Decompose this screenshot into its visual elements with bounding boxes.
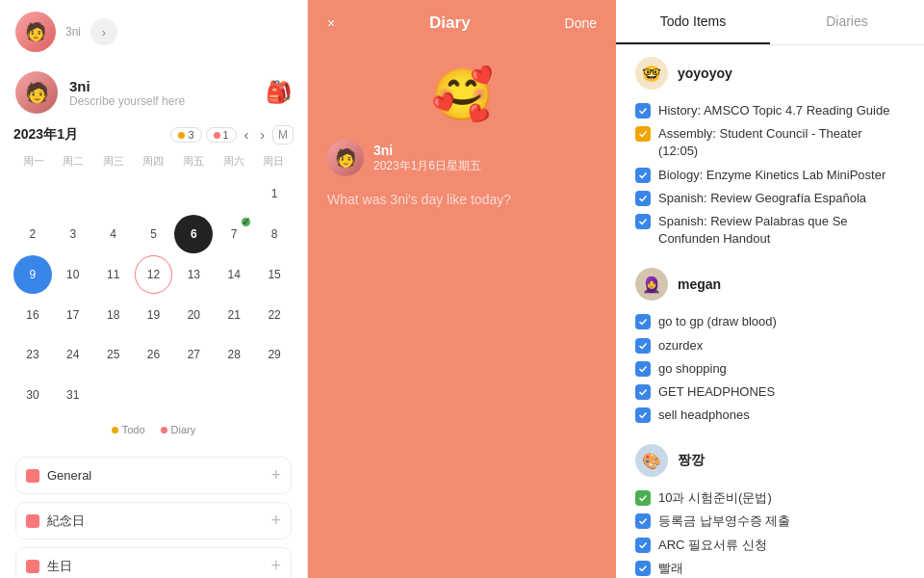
calendar-section: 2023年1月 3 1 ‹ › M 周一 周二 周三 周四 周五 周六: [0, 125, 307, 447]
cal-day-28[interactable]: 28: [215, 335, 253, 374]
category-add-general[interactable]: +: [270, 465, 281, 486]
calendar-header: 2023年1月 3 1 ‹ › M: [13, 125, 294, 144]
cal-day-11[interactable]: 11: [94, 255, 133, 294]
cal-next-button[interactable]: ›: [256, 125, 269, 144]
cal-mode[interactable]: M: [272, 125, 294, 144]
cal-day-8[interactable]: 8: [255, 215, 294, 253]
cal-day-23[interactable]: 23: [13, 335, 52, 374]
todo-checkbox[interactable]: [635, 103, 651, 118]
cal-day-25[interactable]: 25: [94, 335, 133, 374]
todo-checkbox[interactable]: [635, 168, 651, 183]
todo-avatar-jjang: 🎨: [635, 444, 668, 477]
cal-day-7[interactable]: ✓ 7: [215, 215, 253, 253]
category-general[interactable]: General +: [15, 457, 292, 494]
cal-prev-button[interactable]: ‹: [241, 125, 253, 144]
category-add-birthday[interactable]: +: [270, 556, 281, 576]
cal-day-17[interactable]: 17: [54, 296, 92, 334]
todo-item: Spanish: Review Palabras que Se Confunde…: [635, 210, 905, 250]
profile-section: 🧑 3ni Describe yourself here 🎒: [0, 64, 307, 125]
todo-item: History: AMSCO Topic 4.7 Reading Guide: [635, 99, 905, 122]
cal-day-13[interactable]: 13: [174, 255, 213, 294]
tab-diaries[interactable]: Diaries: [770, 0, 924, 44]
profile-emoji-icon: 🎒: [266, 80, 292, 105]
todo-text: 빨래: [658, 560, 905, 577]
todo-text: Spanish: Review Palabras que Se Confunde…: [658, 213, 905, 248]
todo-text: go to gp (draw blood): [658, 313, 905, 330]
todo-checkbox[interactable]: [635, 361, 651, 377]
todo-username-jjang: 짱깡: [678, 452, 705, 469]
cal-day-19[interactable]: 19: [135, 296, 173, 334]
category-anniversary[interactable]: 紀念日 +: [15, 502, 292, 539]
left-panel: 🧑 3ni › 🧑 3ni Describe yourself here 🎒 2…: [0, 0, 308, 578]
todo-item: GET HEADPHONES: [635, 381, 905, 404]
cal-day[interactable]: [94, 174, 133, 213]
todo-user-jjang: 🎨 짱깡 10과 시험준비(문법) 등록금 납부영수증 제출 ARC 필요서: [635, 444, 905, 578]
cal-day[interactable]: [13, 174, 52, 213]
cal-day-5[interactable]: 5: [135, 215, 173, 253]
cal-day-21[interactable]: 21: [215, 296, 253, 334]
cal-day-15[interactable]: 15: [255, 255, 294, 294]
cal-day[interactable]: [54, 174, 92, 213]
cal-day-blank: [174, 376, 213, 414]
todo-checkbox[interactable]: [635, 191, 651, 206]
cal-day-10[interactable]: 10: [54, 255, 92, 294]
todo-user-header-megan: 🧕 megan: [635, 268, 905, 301]
cal-day-6[interactable]: 6: [174, 215, 213, 253]
cal-day-22[interactable]: 22: [255, 296, 294, 334]
cal-day-20[interactable]: 20: [174, 296, 213, 334]
todo-checkbox[interactable]: [635, 126, 651, 142]
todo-text: Assembly: Student Council - Theater (12:…: [658, 125, 905, 160]
top-avatar[interactable]: 🧑: [15, 12, 56, 52]
category-section: General + 紀念日 + 生日 +: [0, 447, 307, 578]
todo-checkbox[interactable]: [635, 538, 651, 553]
cal-day-14[interactable]: 14: [215, 255, 253, 294]
todo-username-megan: megan: [678, 276, 721, 292]
nav-forward-button[interactable]: ›: [90, 18, 117, 45]
cal-day-27[interactable]: 27: [174, 335, 213, 374]
diary-done-button[interactable]: Done: [565, 15, 597, 31]
todo-checkbox[interactable]: [635, 314, 651, 329]
todo-item: go to gp (draw blood): [635, 310, 905, 333]
cal-day-30[interactable]: 30: [13, 376, 52, 414]
todo-checkbox[interactable]: [635, 490, 651, 506]
cal-day-blank: [94, 376, 133, 414]
cal-day-18[interactable]: 18: [94, 296, 133, 334]
cal-day-24[interactable]: 24: [54, 335, 92, 374]
calendar-legend: Todo Diary: [13, 424, 294, 435]
cal-day-4[interactable]: 4: [94, 215, 133, 253]
todo-checkbox[interactable]: [635, 338, 651, 354]
todo-text: ozurdex: [658, 337, 905, 355]
diary-title: Diary: [429, 13, 471, 33]
cal-day-blank: [215, 376, 253, 414]
todo-checkbox[interactable]: [635, 407, 651, 423]
category-add-anniversary[interactable]: +: [270, 511, 281, 531]
cal-day-2[interactable]: 2: [13, 215, 52, 253]
category-birthday[interactable]: 生日 +: [15, 547, 292, 578]
cal-day[interactable]: [135, 174, 173, 213]
todo-checkbox[interactable]: [635, 384, 651, 400]
todo-text: sell headphones: [658, 407, 905, 424]
todo-checkbox[interactable]: [635, 214, 651, 229]
diary-panel: × Diary Done 🥰 🧑 3ni 2023年1月6日星期五 What w…: [308, 0, 616, 578]
todo-item: Assembly: Student Council - Theater (12:…: [635, 122, 905, 163]
cal-day-1[interactable]: 1: [255, 174, 294, 213]
diary-close-button[interactable]: ×: [327, 15, 335, 31]
diary-badge: 1: [206, 127, 237, 143]
tab-todo-items[interactable]: Todo Items: [616, 0, 770, 44]
cal-day-12[interactable]: 12: [135, 255, 173, 294]
diary-placeholder[interactable]: What was 3ni's day like today?: [308, 192, 616, 207]
cal-day[interactable]: [174, 174, 213, 213]
cal-day[interactable]: [215, 174, 253, 213]
cal-day-29[interactable]: 29: [255, 335, 294, 374]
todo-checkbox[interactable]: [635, 513, 651, 529]
profile-desc: Describe yourself here: [69, 94, 254, 108]
cal-day-3[interactable]: 3: [54, 215, 92, 253]
todo-text: go shopping: [658, 360, 905, 378]
cal-day-16[interactable]: 16: [13, 296, 52, 334]
cal-day-31[interactable]: 31: [54, 376, 92, 414]
cal-day-9[interactable]: 9: [13, 255, 52, 294]
todo-item: Spanish: Review Geografía Española: [635, 187, 905, 210]
cal-day-26[interactable]: 26: [135, 335, 173, 374]
todo-checkbox[interactable]: [635, 561, 651, 576]
todo-item: ozurdex: [635, 334, 905, 357]
